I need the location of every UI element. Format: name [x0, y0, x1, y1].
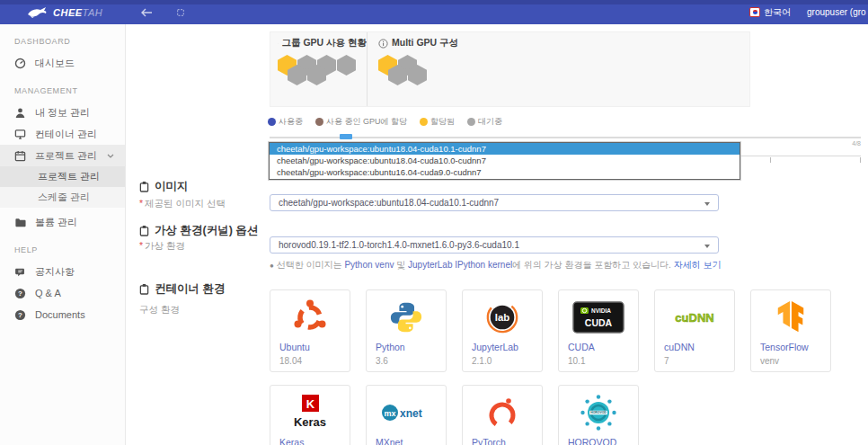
legend-dot	[467, 118, 475, 126]
gpu-slider-track[interactable]	[270, 137, 861, 138]
dropdown-option[interactable]: cheetah/gpu-workspace:ubuntu18.04-cuda10…	[270, 143, 740, 155]
language-label: 한국어	[764, 6, 791, 19]
slider-tick	[860, 157, 861, 163]
image-select-value: cheetah/gpu-workspace:ubuntu18.04-cuda10…	[279, 198, 499, 208]
multi-gpu-title: Multi GPU 구성	[392, 37, 458, 49]
image-select-dropdown: cheetah/gpu-workspace:ubuntu18.04-cuda10…	[269, 142, 740, 180]
gpu-legend: 사용중 사용 중인 GPU에 할당 할당됨 대기중	[268, 116, 502, 128]
user-menu[interactable]: groupuser (group	[803, 7, 866, 17]
korea-flag-icon	[749, 7, 760, 17]
env-card-cuda[interactable]: NVIDIA CUDA CUDA 10.1	[558, 289, 639, 372]
sidebar-item-my-info[interactable]: 내 정보 관리	[0, 102, 125, 123]
sidebar-item-notice[interactable]: 공지사항	[0, 261, 125, 282]
env-card-tensorflow[interactable]: TensorFlow venv	[750, 289, 831, 372]
env-card-ubuntu[interactable]: Ubuntu 18.04	[270, 289, 350, 372]
submenu-item-project-management[interactable]: 프로젝트 관리	[0, 166, 125, 187]
sidebar-item-qna[interactable]: ? Q & A	[0, 282, 125, 304]
legend-item-using: 사용중	[268, 116, 303, 128]
provided-image-select[interactable]: cheetah/gpu-workspace:ubuntu18.04-cuda10…	[270, 194, 719, 211]
clipboard-icon	[139, 283, 149, 295]
brand-text: CHEETAH	[53, 7, 102, 18]
sidebar-item-label: Documents	[35, 309, 85, 320]
venv-section-title: 가상 환경(커널) 옵션	[139, 223, 258, 238]
multi-gpu-panel: Multi GPU 구성	[367, 32, 749, 106]
back-arrow-icon[interactable]	[141, 0, 153, 24]
env-card-jupyterlab[interactable]: lab JupyterLab 2.1.0	[462, 289, 543, 372]
legend-item-assigned: 사용 중인 GPU에 할당	[315, 116, 407, 128]
sidebar-item-label: 공지사항	[35, 265, 75, 279]
cuda-logo: NVIDIA CUDA	[572, 301, 624, 334]
sidebar-item-project-management[interactable]: 프로젝트 관리	[0, 145, 125, 166]
sidebar-item-label: Q & A	[35, 288, 61, 298]
legend-label: 할당됨	[430, 116, 455, 128]
gpu-slider-handle[interactable]	[340, 134, 352, 139]
sidebar: DASHBOARD 대시보드 MANAGEMENT 내 정보 관리 컨테이너 관…	[0, 24, 126, 445]
group-gpu-hexgrid	[278, 55, 367, 80]
top-navbar: CHEETAH 한국어 groupuser (group	[0, 0, 868, 24]
sidebar-item-documents[interactable]: ? Documents	[0, 304, 125, 325]
slider-tick	[770, 157, 771, 163]
sidebar-item-label: 프로젝트 관리	[35, 149, 97, 163]
svg-text:xnet: xnet	[400, 407, 422, 420]
tensorflow-logo	[774, 299, 808, 335]
sidebar-item-volume[interactable]: 볼륨 관리	[0, 211, 125, 233]
env-card-horovod[interactable]: HOROVOD HOROVOD venv	[558, 385, 639, 445]
gpu-slider-value: 4/8	[828, 140, 861, 147]
venv-field-label: *가상 환경	[139, 240, 185, 253]
svg-text:CUDA: CUDA	[585, 317, 613, 328]
env-cards-row2: K Keras Keras venv mx xnet MXnet venv Py…	[270, 385, 639, 445]
sidebar-section-management: MANAGEMENT	[0, 74, 125, 102]
legend-label: 사용중	[279, 116, 303, 128]
announcement-icon	[14, 266, 26, 278]
pytorch-logo	[484, 394, 520, 432]
env-card-mxnet[interactable]: mx xnet MXnet venv	[366, 385, 447, 445]
legend-label: 사용 중인 GPU에 할당	[326, 116, 407, 128]
sidebar-item-dashboard[interactable]: 대시보드	[0, 52, 125, 74]
language-selector[interactable]: 한국어	[749, 6, 791, 19]
env-card-pytorch[interactable]: PyTorch venv	[462, 385, 543, 445]
gauge-icon	[14, 58, 26, 69]
brand-logo[interactable]: CHEETAH	[27, 6, 102, 18]
multi-gpu-hexgrid	[378, 55, 749, 80]
venv-note: ●선택한 이미지는 Python venv 및 JupyterLab IPyth…	[270, 259, 721, 271]
venv-select-value: horovod0.19.1-tf2.1.0-torch1.4.0-mxnet1.…	[279, 240, 519, 250]
virtual-env-select[interactable]: horovod0.19.1-tf2.1.0-torch1.4.0-mxnet1.…	[270, 236, 719, 254]
env-card-keras[interactable]: K Keras Keras venv	[270, 385, 350, 445]
dropdown-option[interactable]: cheetah/gpu-workspace:ubuntu16.04-cuda9.…	[270, 166, 740, 178]
calendar-icon	[14, 150, 26, 162]
info-icon	[378, 39, 388, 49]
legend-dot	[268, 118, 276, 126]
sidebar-section-help: HELP	[0, 233, 125, 261]
env-card-python[interactable]: Python 3.6	[366, 289, 447, 372]
svg-text:HOROVOD: HOROVOD	[590, 411, 607, 414]
fullscreen-icon[interactable]	[177, 0, 184, 24]
sidebar-item-container[interactable]: 컨테이너 관리	[0, 123, 125, 145]
required-asterisk: *	[139, 240, 143, 251]
submenu-item-label: 스케줄 관리	[38, 191, 90, 204]
svg-text:Keras: Keras	[294, 415, 326, 429]
question-circle-icon: ?	[14, 288, 26, 299]
sidebar-item-label: 컨테이너 관리	[35, 128, 97, 141]
jupyterlab-logo: lab	[485, 300, 519, 334]
question-circle-icon: ?	[14, 309, 26, 321]
env-card-cudnn[interactable]: cuDNN cuDNN 7	[654, 289, 735, 372]
legend-dot	[315, 118, 323, 126]
ubuntu-logo	[292, 299, 328, 335]
cudnn-logo: cuDNN	[668, 307, 722, 328]
folder-icon	[14, 217, 26, 228]
username-label: groupuser (group	[807, 7, 866, 17]
detail-view-link[interactable]: 자세히 보기	[674, 260, 722, 270]
person-icon	[14, 107, 26, 119]
sidebar-section-dashboard: DASHBOARD	[0, 24, 125, 52]
dropdown-option[interactable]: cheetah/gpu-workspace:ubuntu18.04-cuda10…	[270, 155, 740, 166]
svg-text:?: ?	[18, 311, 22, 319]
submenu-item-schedule-management[interactable]: 스케줄 관리	[0, 187, 125, 208]
project-submenu: 프로젝트 관리 스케줄 관리	[0, 166, 125, 208]
chevron-down-icon	[704, 202, 710, 206]
group-gpu-usage-panel: 그룹 GPU 사용 현황	[270, 32, 367, 106]
sidebar-item-label: 내 정보 관리	[35, 106, 90, 120]
legend-item-waiting: 대기중	[467, 116, 502, 128]
image-section-title: 이미지	[139, 179, 189, 194]
config-env-label: 구성 환경	[139, 304, 180, 316]
image-field-label: *제공된 이미지 선택	[139, 198, 226, 210]
